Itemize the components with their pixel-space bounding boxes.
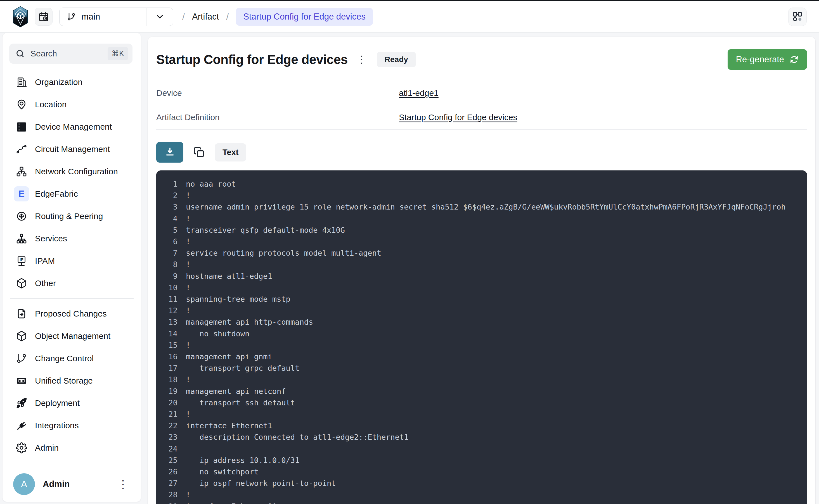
line-number: 5	[156, 224, 177, 236]
search-placeholder: Search	[30, 49, 57, 58]
branch-selector-value[interactable]: main	[60, 8, 146, 26]
code-block[interactable]: 1no aaa root2!3username admin privilege …	[156, 170, 807, 504]
hierarchy-icon	[16, 233, 27, 244]
code-line: 13management api http-commands	[156, 316, 807, 328]
plug-icon	[16, 420, 27, 431]
sidebar-item-change-control[interactable]: Change Control	[3, 347, 141, 370]
search-icon	[15, 49, 25, 58]
line-number: 2	[156, 190, 177, 201]
line-number: 8	[156, 259, 177, 270]
app-window: main / Artifact / Startup Config for Edg…	[0, 0, 819, 504]
line-number: 17	[156, 362, 177, 374]
regenerate-label: Re-generate	[736, 54, 784, 65]
sidebar-item-integrations[interactable]: Integrations	[3, 414, 141, 437]
branch-selector[interactable]: main	[59, 8, 173, 26]
line-text: management api gnmi	[186, 351, 272, 362]
sidebar-item-unified-storage[interactable]: Unified Storage	[3, 370, 141, 392]
code-line: 29interface Ethernet10	[156, 501, 807, 504]
line-text: !	[186, 259, 190, 270]
git-branch-icon	[16, 353, 27, 364]
sidebar-item-ipam[interactable]: IPIPAM	[3, 250, 141, 272]
regenerate-button[interactable]: Re-generate	[728, 49, 807, 70]
nav-divider	[10, 298, 134, 299]
status-badge: Ready	[377, 52, 416, 67]
calendar-button[interactable]	[35, 8, 53, 26]
sidebar-item-services[interactable]: Services	[3, 227, 141, 250]
sidebar-item-routing-peering[interactable]: Routing & Peering	[3, 205, 141, 227]
sidebar-item-proposed-changes[interactable]: Proposed Changes	[3, 303, 141, 325]
network-icon	[16, 166, 27, 177]
topology-button[interactable]	[788, 8, 807, 26]
field-label: Device	[156, 88, 399, 98]
sidebar-item-other[interactable]: Other	[3, 272, 141, 294]
line-number: 25	[156, 455, 177, 466]
sidebar-item-network-configuration[interactable]: Network Configuration	[3, 160, 141, 183]
field-row-artifact-definition: Artifact Definition Startup Config for E…	[156, 105, 807, 130]
breadcrumb-item-artifact[interactable]: Artifact	[192, 12, 219, 22]
artifact-toolbar: Text	[156, 142, 807, 163]
line-number: 4	[156, 213, 177, 224]
code-line: 3username admin privilege 15 role networ…	[156, 201, 807, 213]
sidebar-item-label: Change Control	[35, 354, 94, 363]
breadcrumb-item-current[interactable]: Startup Config for Edge devices	[236, 8, 373, 26]
code-line: 22interface Ethernet1	[156, 420, 807, 431]
branch-selector-toggle[interactable]	[146, 8, 173, 26]
sidebar-item-label: EdgeFabric	[35, 189, 78, 199]
line-text: no shutdown	[186, 328, 250, 339]
sidebar-item-label: Organization	[35, 77, 82, 87]
search-shortcut: ⌘K	[108, 47, 128, 60]
line-text: spanning-tree mode mstp	[186, 293, 290, 305]
text-format-button[interactable]: Text	[215, 143, 246, 161]
sidebar-item-deployment[interactable]: Deployment	[3, 392, 141, 414]
refresh-icon	[790, 55, 799, 64]
line-number: 24	[156, 443, 177, 455]
top-bar: main / Artifact / Startup Config for Edg…	[0, 1, 819, 33]
line-number: 6	[156, 236, 177, 247]
sidebar-item-device-management[interactable]: Device Management	[3, 116, 141, 138]
code-line: 14 no shutdown	[156, 328, 807, 339]
artifact-fields: Device atl1-edge1 Artifact Definition St…	[156, 81, 807, 130]
line-number: 21	[156, 408, 177, 420]
title-kebab-menu-icon[interactable]: ⋮	[357, 54, 367, 65]
device-link[interactable]: atl1-edge1	[399, 88, 439, 98]
sidebar: Search ⌘K OrganizationLocationDevice Man…	[2, 33, 141, 502]
line-text: transport grpc default	[186, 362, 299, 374]
sidebar-item-object-management[interactable]: Object Management	[3, 325, 141, 347]
sidebar-item-label: Circuit Management	[35, 144, 110, 154]
sidebar-item-admin[interactable]: Admin	[3, 437, 141, 459]
line-text: no switchport	[186, 466, 258, 477]
code-line: 26 no switchport	[156, 466, 807, 477]
sidebar-item-circuit-management[interactable]: Circuit Management	[3, 138, 141, 160]
search-input[interactable]: Search ⌘K	[9, 44, 132, 64]
breadcrumb-separator: /	[226, 12, 229, 22]
download-button[interactable]	[156, 142, 183, 163]
line-text: interface Ethernet10	[186, 501, 277, 504]
code-line: 4!	[156, 213, 807, 224]
copy-button[interactable]	[192, 145, 206, 160]
storage-icon	[16, 375, 27, 386]
circuit-icon	[16, 144, 27, 155]
line-number: 19	[156, 386, 177, 397]
sidebar-item-label: Location	[35, 100, 66, 109]
calendar-clock-icon	[38, 11, 49, 22]
copy-icon	[193, 146, 205, 158]
sidebar-item-organization[interactable]: Organization	[3, 71, 141, 93]
sidebar-item-edgefabric[interactable]: EEdgeFabric	[3, 183, 141, 205]
file-change-icon	[16, 308, 27, 319]
code-line: 9hostname atl1-edge1	[156, 270, 807, 282]
object-cube-icon	[16, 331, 27, 342]
line-text: hostname atl1-edge1	[186, 270, 272, 282]
code-line: 28!	[156, 489, 807, 500]
line-text: description Connected to atl1-edge2::Eth…	[186, 431, 408, 443]
line-number: 29	[156, 501, 177, 504]
artifact-definition-link[interactable]: Startup Config for Edge devices	[399, 113, 518, 122]
user-menu[interactable]: A Admin ⋮	[3, 473, 141, 495]
code-line: 18!	[156, 374, 807, 385]
line-number: 20	[156, 397, 177, 408]
user-kebab-menu-icon[interactable]: ⋮	[117, 479, 129, 490]
line-number: 15	[156, 339, 177, 351]
rocket-icon	[16, 398, 27, 409]
code-line: 10!	[156, 282, 807, 293]
sidebar-item-location[interactable]: Location	[3, 93, 141, 116]
app-logo-icon[interactable]	[12, 6, 28, 28]
